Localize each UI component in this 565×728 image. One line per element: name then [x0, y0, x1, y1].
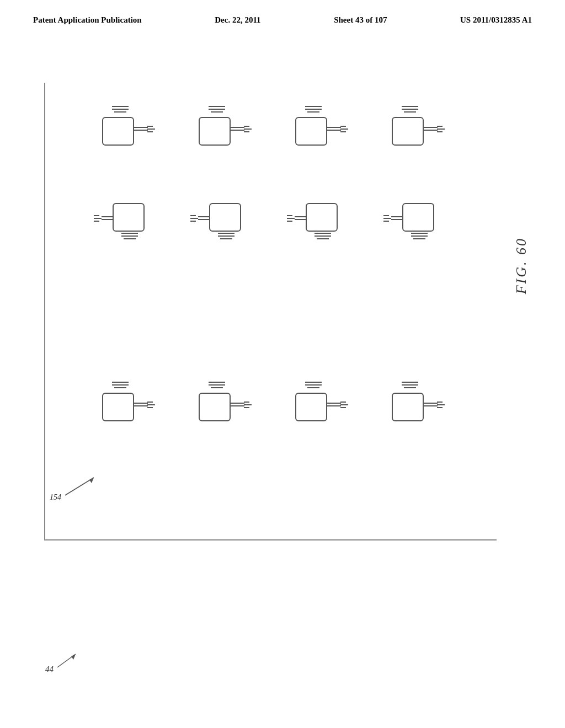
circuit-symbol-11 — [290, 381, 350, 436]
circuit-symbol-8 — [383, 199, 450, 259]
circuit-symbol-7 — [287, 199, 353, 259]
svg-marker-5 — [71, 654, 76, 660]
svg-line-1 — [65, 478, 94, 495]
svg-marker-2 — [89, 478, 94, 483]
circuit-symbol-6 — [190, 199, 257, 259]
circuit-symbol-3 — [290, 105, 350, 160]
circuit-symbol-2 — [193, 105, 254, 160]
sheet-info: Sheet 43 of 107 — [334, 15, 387, 25]
circuit-row-middle — [78, 199, 465, 259]
svg-text:44: 44 — [45, 665, 54, 673]
patent-number: US 2011/0312835 A1 — [460, 15, 532, 25]
svg-text:154: 154 — [50, 493, 61, 501]
circuit-symbol-9 — [97, 381, 157, 436]
circuit-symbol-5 — [94, 199, 160, 259]
circuit-symbol-4 — [386, 105, 447, 160]
page-header: Patent Application Publication Dec. 22, … — [33, 15, 532, 25]
circuit-symbol-10 — [193, 381, 254, 436]
circuit-symbol-1 — [97, 105, 157, 160]
publication-date: Dec. 22, 2011 — [215, 15, 260, 25]
ref-44-arrow-svg: 44 — [45, 650, 100, 677]
ref-44-area: 44 — [45, 650, 100, 679]
publication-label: Patent Application Publication — [33, 15, 142, 25]
circuit-row-bottom — [78, 381, 465, 436]
fig-label: FIG. 60 — [513, 237, 530, 294]
diagram-border: FIG. 60 — [44, 83, 497, 540]
ref-154-area: 154 — [50, 472, 116, 507]
circuit-row-top — [78, 105, 465, 160]
circuit-symbol-12 — [386, 381, 447, 436]
ref-154-arrow-svg: 154 — [50, 472, 116, 505]
